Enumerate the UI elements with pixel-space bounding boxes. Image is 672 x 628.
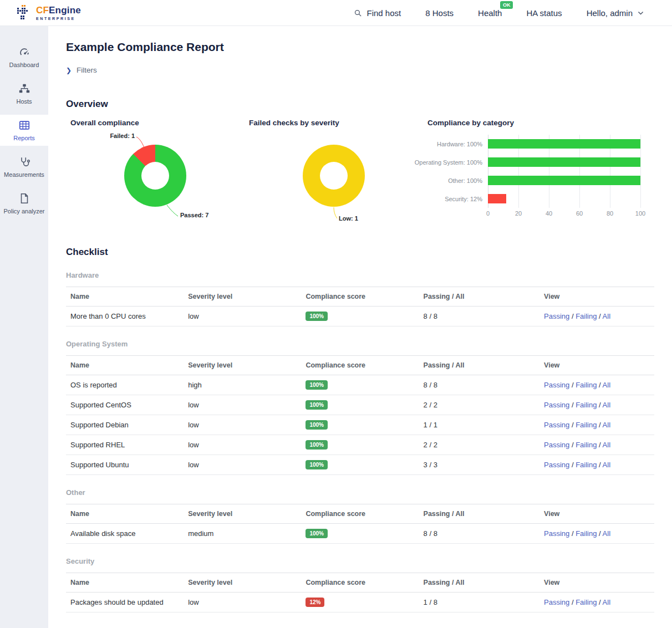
find-host-search[interactable]: Find host xyxy=(353,8,401,18)
check-view-links: Passing / Failing / All xyxy=(539,307,654,326)
check-passing-ratio: 1 / 8 xyxy=(419,593,540,612)
x-tick-label: 80 xyxy=(607,210,613,217)
bar-category-labels: Hardware: 100%Operating System: 100%Othe… xyxy=(423,135,488,208)
checklist-row: Supported Ubuntu low 100% 3 / 3 Passing … xyxy=(66,455,654,475)
check-passing-ratio: 2 / 2 xyxy=(419,435,540,455)
hosts-count-link[interactable]: 8 Hosts xyxy=(425,8,454,18)
chevron-right-icon: ❯ xyxy=(66,67,72,74)
checklist-group-title: Hardware xyxy=(66,271,654,279)
bar-label: Operating System: 100% xyxy=(423,153,488,171)
view-failing-link[interactable]: Failing xyxy=(576,529,597,538)
ha-status-link[interactable]: HA status xyxy=(526,8,562,18)
check-severity: low xyxy=(184,435,301,455)
bar-hardware xyxy=(488,139,640,149)
view-failing-link[interactable]: Failing xyxy=(576,441,597,449)
view-passing-link[interactable]: Passing xyxy=(544,441,569,449)
check-view-links: Passing / Failing / All xyxy=(539,375,654,395)
view-failing-link[interactable]: Failing xyxy=(576,381,597,389)
column-header-name: Name xyxy=(66,287,184,307)
view-passing-link[interactable]: Passing xyxy=(544,598,569,606)
filters-toggle[interactable]: ❯ Filters xyxy=(66,66,97,74)
check-severity: low xyxy=(184,415,301,435)
view-failing-link[interactable]: Failing xyxy=(576,598,597,606)
checklist-row: Supported RHEL low 100% 2 / 2 Passing / … xyxy=(66,435,654,455)
column-header-score: Compliance score xyxy=(301,504,419,524)
column-header-score: Compliance score xyxy=(301,287,419,307)
donut-label-failed: Failed: 1 xyxy=(86,132,135,139)
view-passing-link[interactable]: Passing xyxy=(544,421,569,429)
view-all-link[interactable]: All xyxy=(603,598,610,606)
check-view-links: Passing / Failing / All xyxy=(539,435,654,455)
column-header-passing: Passing / All xyxy=(419,573,540,593)
chevron-down-icon xyxy=(637,9,644,17)
user-menu[interactable]: Hello, admin xyxy=(587,8,644,18)
column-header-view: View xyxy=(539,356,654,375)
view-failing-link[interactable]: Failing xyxy=(576,421,597,429)
column-header-score: Compliance score xyxy=(301,356,419,375)
check-name: OS is reported xyxy=(66,375,184,395)
checklist-group: Operating System Name Severity level Com… xyxy=(66,340,654,475)
header-nav: Find host 8 Hosts Health OK HA status He… xyxy=(353,8,645,18)
view-passing-link[interactable]: Passing xyxy=(544,381,569,389)
view-failing-link[interactable]: Failing xyxy=(576,312,597,320)
view-failing-link[interactable]: Failing xyxy=(576,401,597,409)
x-axis-ticks: 020406080100 xyxy=(488,210,640,219)
checklist-table: Name Severity level Compliance score Pas… xyxy=(66,504,654,544)
check-severity: high xyxy=(184,375,301,395)
gridline xyxy=(640,135,641,208)
view-all-link[interactable]: All xyxy=(603,381,610,389)
view-all-link[interactable]: All xyxy=(603,441,610,449)
view-failing-link[interactable]: Failing xyxy=(576,461,597,469)
cfengine-logo[interactable]: CFEngine ENTERPRISE xyxy=(17,4,81,21)
check-name: Supported RHEL xyxy=(66,435,184,455)
check-passing-ratio: 8 / 8 xyxy=(419,307,540,326)
bar-other xyxy=(488,176,640,185)
compliance-score-badge: 100% xyxy=(306,400,328,410)
overview-charts: Overall compliance Passed: 7Failed: 1 Fa… xyxy=(66,119,654,233)
check-view-links: Passing / Failing / All xyxy=(539,455,654,475)
failed-by-severity-donut xyxy=(303,145,365,207)
checklist-table: Name Severity level Compliance score Pas… xyxy=(66,355,654,475)
health-link[interactable]: Health OK xyxy=(478,8,502,18)
check-view-links: Passing / Failing / All xyxy=(539,524,654,544)
view-all-link[interactable]: All xyxy=(603,401,610,409)
view-all-link[interactable]: All xyxy=(603,529,610,538)
logo-subtitle: ENTERPRISE xyxy=(36,17,81,21)
bar-label: Security: 12% xyxy=(423,190,488,208)
sidebar-item-dashboard[interactable]: Dashboard xyxy=(0,42,48,73)
x-tick-label: 60 xyxy=(576,210,583,217)
column-header-severity: Severity level xyxy=(184,573,301,593)
column-header-passing: Passing / All xyxy=(419,504,540,524)
column-header-view: View xyxy=(539,287,654,307)
sidebar-item-reports[interactable]: Reports xyxy=(0,115,48,146)
bar-label: Other: 100% xyxy=(423,171,488,190)
checklist-groups: Hardware Name Severity level Compliance … xyxy=(66,271,654,612)
sidebar-item-hosts[interactable]: Hosts xyxy=(0,78,48,109)
view-all-link[interactable]: All xyxy=(603,421,610,429)
view-passing-link[interactable]: Passing xyxy=(544,461,569,469)
x-tick-label: 40 xyxy=(546,210,552,217)
sidebar-item-measurements[interactable]: Measurements xyxy=(0,151,48,182)
compliance-score-badge: 100% xyxy=(306,529,328,538)
check-name: Supported Ubuntu xyxy=(66,455,184,475)
checklist-row: Supported CentOS low 100% 2 / 2 Passing … xyxy=(66,395,654,415)
search-icon xyxy=(353,8,363,18)
sidebar-item-policy-analyzer[interactable]: Policy analyzer xyxy=(0,188,48,219)
bar-plot-area xyxy=(488,135,640,208)
check-view-links: Passing / Failing / All xyxy=(539,593,654,612)
column-header-severity: Severity level xyxy=(184,287,301,307)
column-header-severity: Severity level xyxy=(184,356,301,375)
view-all-link[interactable]: All xyxy=(603,461,610,469)
health-ok-badge: OK xyxy=(500,1,513,9)
x-tick-label: 0 xyxy=(486,210,490,217)
compliance-score-badge: 100% xyxy=(306,460,328,469)
checklist-group: Security Name Severity level Compliance … xyxy=(66,557,654,612)
chart-title: Compliance by category xyxy=(427,119,654,127)
check-name: More than 0 CPU cores xyxy=(66,307,184,326)
check-view-links: Passing / Failing / All xyxy=(539,415,654,435)
view-passing-link[interactable]: Passing xyxy=(544,401,569,409)
view-all-link[interactable]: All xyxy=(603,312,610,320)
view-passing-link[interactable]: Passing xyxy=(544,312,569,320)
view-passing-link[interactable]: Passing xyxy=(544,529,569,538)
compliance-score-badge: 100% xyxy=(306,440,328,450)
